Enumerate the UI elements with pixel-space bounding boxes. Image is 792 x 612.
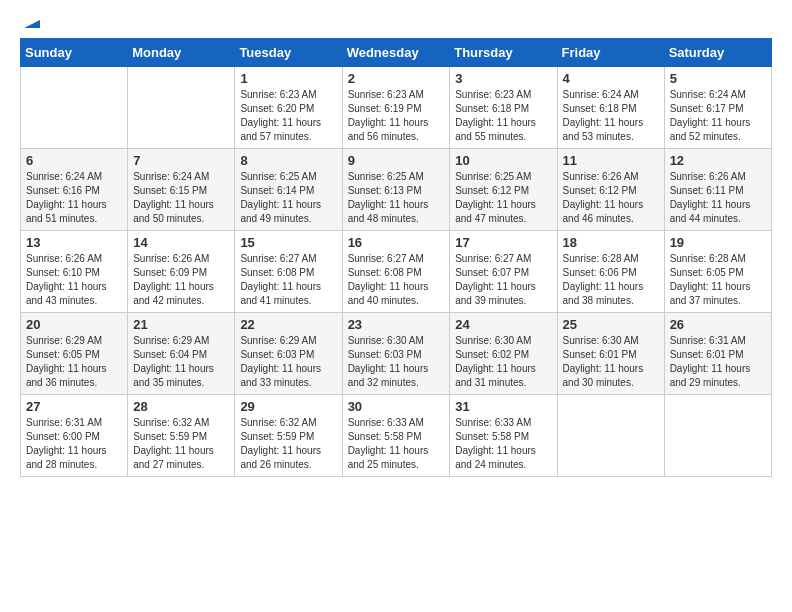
- calendar-cell: 31Sunrise: 6:33 AM Sunset: 5:58 PM Dayli…: [450, 395, 557, 477]
- calendar-week-row: 20Sunrise: 6:29 AM Sunset: 6:05 PM Dayli…: [21, 313, 772, 395]
- calendar-cell: 6Sunrise: 6:24 AM Sunset: 6:16 PM Daylig…: [21, 149, 128, 231]
- calendar-cell: 2Sunrise: 6:23 AM Sunset: 6:19 PM Daylig…: [342, 67, 450, 149]
- day-number: 5: [670, 71, 766, 86]
- day-number: 26: [670, 317, 766, 332]
- day-info: Sunrise: 6:24 AM Sunset: 6:16 PM Dayligh…: [26, 170, 122, 226]
- day-number: 28: [133, 399, 229, 414]
- day-number: 24: [455, 317, 551, 332]
- day-info: Sunrise: 6:29 AM Sunset: 6:03 PM Dayligh…: [240, 334, 336, 390]
- day-info: Sunrise: 6:33 AM Sunset: 5:58 PM Dayligh…: [455, 416, 551, 472]
- day-number: 30: [348, 399, 445, 414]
- calendar-cell: 27Sunrise: 6:31 AM Sunset: 6:00 PM Dayli…: [21, 395, 128, 477]
- calendar-cell: 18Sunrise: 6:28 AM Sunset: 6:06 PM Dayli…: [557, 231, 664, 313]
- calendar-cell: 28Sunrise: 6:32 AM Sunset: 5:59 PM Dayli…: [128, 395, 235, 477]
- calendar-cell: 4Sunrise: 6:24 AM Sunset: 6:18 PM Daylig…: [557, 67, 664, 149]
- day-info: Sunrise: 6:24 AM Sunset: 6:17 PM Dayligh…: [670, 88, 766, 144]
- calendar-cell: 20Sunrise: 6:29 AM Sunset: 6:05 PM Dayli…: [21, 313, 128, 395]
- calendar-cell: 12Sunrise: 6:26 AM Sunset: 6:11 PM Dayli…: [664, 149, 771, 231]
- day-info: Sunrise: 6:25 AM Sunset: 6:12 PM Dayligh…: [455, 170, 551, 226]
- calendar-cell: 13Sunrise: 6:26 AM Sunset: 6:10 PM Dayli…: [21, 231, 128, 313]
- calendar-week-row: 6Sunrise: 6:24 AM Sunset: 6:16 PM Daylig…: [21, 149, 772, 231]
- day-info: Sunrise: 6:28 AM Sunset: 6:06 PM Dayligh…: [563, 252, 659, 308]
- calendar-table: SundayMondayTuesdayWednesdayThursdayFrid…: [20, 38, 772, 477]
- calendar-cell: 11Sunrise: 6:26 AM Sunset: 6:12 PM Dayli…: [557, 149, 664, 231]
- day-info: Sunrise: 6:29 AM Sunset: 6:05 PM Dayligh…: [26, 334, 122, 390]
- day-info: Sunrise: 6:23 AM Sunset: 6:20 PM Dayligh…: [240, 88, 336, 144]
- calendar-cell: [128, 67, 235, 149]
- calendar-cell: [664, 395, 771, 477]
- calendar-week-row: 1Sunrise: 6:23 AM Sunset: 6:20 PM Daylig…: [21, 67, 772, 149]
- day-info: Sunrise: 6:30 AM Sunset: 6:03 PM Dayligh…: [348, 334, 445, 390]
- calendar-cell: 17Sunrise: 6:27 AM Sunset: 6:07 PM Dayli…: [450, 231, 557, 313]
- day-info: Sunrise: 6:24 AM Sunset: 6:15 PM Dayligh…: [133, 170, 229, 226]
- day-number: 27: [26, 399, 122, 414]
- calendar-cell: 10Sunrise: 6:25 AM Sunset: 6:12 PM Dayli…: [450, 149, 557, 231]
- day-info: Sunrise: 6:27 AM Sunset: 6:07 PM Dayligh…: [455, 252, 551, 308]
- calendar-week-row: 27Sunrise: 6:31 AM Sunset: 6:00 PM Dayli…: [21, 395, 772, 477]
- day-number: 4: [563, 71, 659, 86]
- day-number: 14: [133, 235, 229, 250]
- calendar-cell: 26Sunrise: 6:31 AM Sunset: 6:01 PM Dayli…: [664, 313, 771, 395]
- calendar-cell: 14Sunrise: 6:26 AM Sunset: 6:09 PM Dayli…: [128, 231, 235, 313]
- day-number: 31: [455, 399, 551, 414]
- day-info: Sunrise: 6:30 AM Sunset: 6:01 PM Dayligh…: [563, 334, 659, 390]
- logo: [20, 20, 40, 22]
- day-number: 18: [563, 235, 659, 250]
- day-info: Sunrise: 6:26 AM Sunset: 6:12 PM Dayligh…: [563, 170, 659, 226]
- day-number: 2: [348, 71, 445, 86]
- column-header-thursday: Thursday: [450, 39, 557, 67]
- day-info: Sunrise: 6:32 AM Sunset: 5:59 PM Dayligh…: [133, 416, 229, 472]
- calendar-cell: 8Sunrise: 6:25 AM Sunset: 6:14 PM Daylig…: [235, 149, 342, 231]
- day-number: 12: [670, 153, 766, 168]
- day-info: Sunrise: 6:24 AM Sunset: 6:18 PM Dayligh…: [563, 88, 659, 144]
- day-info: Sunrise: 6:31 AM Sunset: 6:01 PM Dayligh…: [670, 334, 766, 390]
- calendar-cell: 5Sunrise: 6:24 AM Sunset: 6:17 PM Daylig…: [664, 67, 771, 149]
- day-number: 7: [133, 153, 229, 168]
- day-info: Sunrise: 6:27 AM Sunset: 6:08 PM Dayligh…: [240, 252, 336, 308]
- calendar-cell: 15Sunrise: 6:27 AM Sunset: 6:08 PM Dayli…: [235, 231, 342, 313]
- calendar-cell: 23Sunrise: 6:30 AM Sunset: 6:03 PM Dayli…: [342, 313, 450, 395]
- day-number: 3: [455, 71, 551, 86]
- day-number: 19: [670, 235, 766, 250]
- day-info: Sunrise: 6:26 AM Sunset: 6:09 PM Dayligh…: [133, 252, 229, 308]
- day-number: 22: [240, 317, 336, 332]
- day-number: 29: [240, 399, 336, 414]
- column-header-monday: Monday: [128, 39, 235, 67]
- calendar-header-row: SundayMondayTuesdayWednesdayThursdayFrid…: [21, 39, 772, 67]
- calendar-cell: 22Sunrise: 6:29 AM Sunset: 6:03 PM Dayli…: [235, 313, 342, 395]
- day-info: Sunrise: 6:26 AM Sunset: 6:11 PM Dayligh…: [670, 170, 766, 226]
- day-info: Sunrise: 6:28 AM Sunset: 6:05 PM Dayligh…: [670, 252, 766, 308]
- calendar-week-row: 13Sunrise: 6:26 AM Sunset: 6:10 PM Dayli…: [21, 231, 772, 313]
- day-number: 11: [563, 153, 659, 168]
- day-number: 10: [455, 153, 551, 168]
- calendar-cell: [557, 395, 664, 477]
- calendar-cell: 25Sunrise: 6:30 AM Sunset: 6:01 PM Dayli…: [557, 313, 664, 395]
- calendar-cell: 3Sunrise: 6:23 AM Sunset: 6:18 PM Daylig…: [450, 67, 557, 149]
- calendar-cell: [21, 67, 128, 149]
- calendar-cell: 29Sunrise: 6:32 AM Sunset: 5:59 PM Dayli…: [235, 395, 342, 477]
- day-info: Sunrise: 6:26 AM Sunset: 6:10 PM Dayligh…: [26, 252, 122, 308]
- column-header-tuesday: Tuesday: [235, 39, 342, 67]
- column-header-saturday: Saturday: [664, 39, 771, 67]
- day-number: 17: [455, 235, 551, 250]
- calendar-cell: 21Sunrise: 6:29 AM Sunset: 6:04 PM Dayli…: [128, 313, 235, 395]
- day-info: Sunrise: 6:30 AM Sunset: 6:02 PM Dayligh…: [455, 334, 551, 390]
- svg-marker-0: [24, 20, 40, 28]
- calendar-cell: 24Sunrise: 6:30 AM Sunset: 6:02 PM Dayli…: [450, 313, 557, 395]
- calendar-cell: 19Sunrise: 6:28 AM Sunset: 6:05 PM Dayli…: [664, 231, 771, 313]
- day-number: 20: [26, 317, 122, 332]
- day-info: Sunrise: 6:25 AM Sunset: 6:14 PM Dayligh…: [240, 170, 336, 226]
- logo-icon: [24, 12, 40, 28]
- day-number: 13: [26, 235, 122, 250]
- column-header-wednesday: Wednesday: [342, 39, 450, 67]
- day-info: Sunrise: 6:33 AM Sunset: 5:58 PM Dayligh…: [348, 416, 445, 472]
- day-number: 16: [348, 235, 445, 250]
- day-info: Sunrise: 6:27 AM Sunset: 6:08 PM Dayligh…: [348, 252, 445, 308]
- day-number: 6: [26, 153, 122, 168]
- day-info: Sunrise: 6:29 AM Sunset: 6:04 PM Dayligh…: [133, 334, 229, 390]
- day-info: Sunrise: 6:23 AM Sunset: 6:18 PM Dayligh…: [455, 88, 551, 144]
- day-number: 8: [240, 153, 336, 168]
- day-info: Sunrise: 6:25 AM Sunset: 6:13 PM Dayligh…: [348, 170, 445, 226]
- calendar-cell: 30Sunrise: 6:33 AM Sunset: 5:58 PM Dayli…: [342, 395, 450, 477]
- calendar-cell: 7Sunrise: 6:24 AM Sunset: 6:15 PM Daylig…: [128, 149, 235, 231]
